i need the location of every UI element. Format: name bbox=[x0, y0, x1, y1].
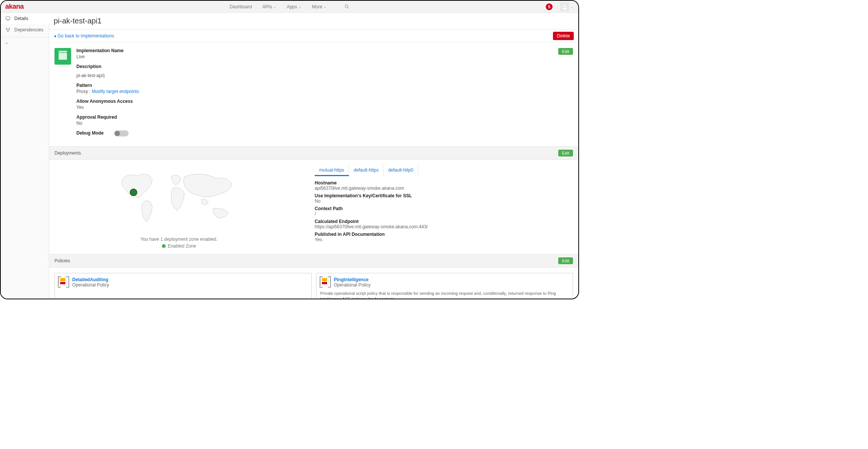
legend-label: Enabled Zone bbox=[168, 243, 196, 249]
modify-endpoints-link[interactable]: Modify target endpoints bbox=[92, 89, 139, 94]
map-legend: Enabled Zone bbox=[54, 243, 303, 249]
svg-point-0 bbox=[345, 5, 348, 8]
svg-point-2 bbox=[564, 5, 565, 6]
impl-anon-value: Yes bbox=[76, 105, 573, 110]
chevron-left-icon: « bbox=[5, 40, 8, 46]
endpoint-value: https://api56370live.mtl.gateway-smoke.a… bbox=[315, 224, 573, 229]
impl-name-label: Implementation Name bbox=[76, 48, 573, 53]
policy-type: Operational Policy bbox=[334, 282, 371, 288]
tab-mutual-https[interactable]: mutual-https bbox=[315, 165, 349, 176]
ctx-value: / bbox=[315, 211, 573, 217]
impl-pattern-label: Pattern bbox=[76, 83, 573, 88]
deployment-marker[interactable] bbox=[130, 189, 137, 196]
endpoint-label: Calculated Endpoint bbox=[315, 219, 573, 224]
chevron-down-icon: ⌄ bbox=[571, 5, 574, 9]
policy-card: PingIntelligence Operational Policy Priv… bbox=[316, 273, 573, 299]
sidebar-collapse[interactable]: « bbox=[1, 37, 49, 49]
deployments-header: Deployments bbox=[54, 150, 81, 156]
nav-more-label: More bbox=[312, 4, 322, 9]
nav-apps-label: Apps bbox=[287, 4, 297, 9]
edit-implementation-button[interactable]: Edit bbox=[558, 48, 573, 55]
policy-type: Operational Policy bbox=[72, 282, 109, 288]
impl-approval-label: Approval Required bbox=[76, 115, 573, 120]
chevron-down-icon: ⌄ bbox=[298, 5, 301, 9]
nav-dashboard[interactable]: Dashboard bbox=[230, 4, 252, 9]
svg-point-8 bbox=[8, 31, 8, 31]
chevron-down-icon: ⌄ bbox=[323, 5, 326, 9]
ssl-value: No bbox=[315, 198, 573, 204]
top-bar: akana Dashboard APIs⌄ Apps⌄ More⌄ 5 ⌄ bbox=[1, 1, 578, 13]
policies-header: Policies bbox=[54, 258, 70, 263]
top-nav: Dashboard APIs⌄ Apps⌄ More⌄ bbox=[230, 4, 349, 9]
sidebar-item-label: Dependencies bbox=[14, 27, 43, 33]
impl-desc-value: pi-ak-test-api1 bbox=[76, 73, 573, 78]
back-link[interactable]: ◂ Go back to Implementations bbox=[54, 33, 114, 39]
delete-button[interactable]: Delete bbox=[553, 32, 574, 40]
monitor-icon bbox=[5, 16, 11, 21]
sidebar-item-details[interactable]: Details bbox=[1, 13, 49, 24]
user-menu[interactable]: ⌄ bbox=[560, 2, 574, 11]
svg-rect-3 bbox=[6, 17, 10, 19]
policy-card: DetailedAuditing Operational Policy bbox=[54, 273, 312, 299]
sidebar-item-label: Details bbox=[14, 16, 28, 21]
svg-line-1 bbox=[348, 7, 349, 8]
tree-icon bbox=[5, 27, 11, 33]
impl-debug-label: Debug Mode bbox=[76, 130, 104, 136]
tab-default-http0[interactable]: default-http0 bbox=[384, 165, 418, 176]
impl-name-value: Live bbox=[76, 54, 573, 59]
world-map-icon bbox=[115, 165, 243, 233]
back-link-label: Go back to Implementations bbox=[57, 33, 114, 39]
page-title: pi-ak-test-api1 bbox=[54, 17, 574, 25]
policy-icon bbox=[320, 277, 330, 287]
impl-pattern-prefix: Proxy : bbox=[76, 89, 92, 94]
sidebar-item-dependencies[interactable]: Dependencies bbox=[1, 24, 49, 36]
impl-approval-value: No bbox=[76, 121, 573, 126]
edit-policies-button[interactable]: Edit bbox=[558, 257, 573, 264]
brand-logo: akana bbox=[5, 3, 24, 11]
ctx-label: Context Path bbox=[315, 206, 573, 211]
edit-deployments-button[interactable]: Edit bbox=[558, 150, 573, 156]
debug-toggle[interactable] bbox=[114, 130, 129, 136]
policy-description: Private operational script policy that i… bbox=[320, 291, 569, 299]
nav-apps[interactable]: Apps⌄ bbox=[287, 4, 301, 9]
hostname-value: api56370live.mtl.gateway-smoke.akana.com bbox=[315, 186, 573, 191]
nav-more[interactable]: More⌄ bbox=[312, 4, 326, 9]
impl-desc-label: Description bbox=[76, 64, 573, 69]
implementation-icon bbox=[54, 48, 71, 65]
policy-icon bbox=[59, 277, 68, 287]
sidebar: Details Dependencies « bbox=[1, 13, 49, 299]
notification-badge[interactable]: 5 bbox=[546, 3, 553, 10]
nav-apis[interactable]: APIs⌄ bbox=[262, 4, 276, 9]
avatar-icon bbox=[560, 2, 569, 11]
policy-name-link[interactable]: DetailedAuditing bbox=[72, 277, 109, 282]
legend-dot-icon bbox=[162, 244, 166, 248]
page-header: pi-ak-test-api1 bbox=[49, 13, 578, 29]
caret-left-icon: ◂ bbox=[54, 33, 56, 39]
impl-anon-label: Allow Anonymous Access bbox=[76, 99, 573, 104]
ssl-label: Use Implementation's Key/Certificate for… bbox=[315, 193, 573, 198]
pub-label: Published in API Documentation bbox=[315, 232, 573, 237]
deployment-map bbox=[115, 165, 243, 234]
hostname-label: Hostname bbox=[315, 180, 573, 186]
search-icon[interactable] bbox=[345, 4, 349, 9]
svg-point-7 bbox=[9, 28, 9, 29]
map-caption: You have 1 deployment zone enabled. bbox=[54, 237, 303, 242]
svg-point-6 bbox=[6, 28, 7, 29]
chevron-down-icon: ⌄ bbox=[273, 5, 276, 9]
tab-default-https[interactable]: default-https bbox=[349, 165, 384, 176]
policy-name-link[interactable]: PingIntelligence bbox=[334, 277, 371, 282]
nav-apis-label: APIs bbox=[262, 4, 272, 9]
pub-value: Yes bbox=[315, 237, 573, 242]
